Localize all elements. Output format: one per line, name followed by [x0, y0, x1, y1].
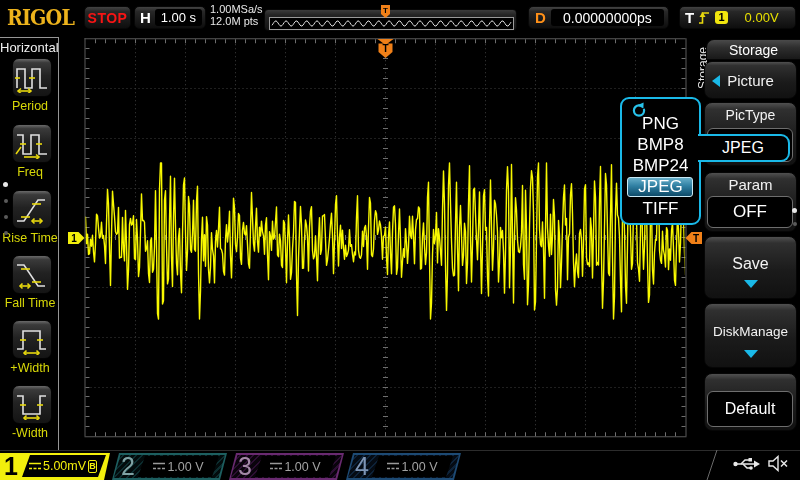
measure-button-fall-time[interactable] — [12, 255, 52, 294]
pictype-popup: PNG BMP8 BMP24 JPEG TIFF — [620, 97, 701, 225]
channel3-scale: 1.00 V — [284, 460, 320, 474]
measure-label-period: Period — [0, 99, 60, 113]
bottom-bar-divider — [700, 450, 720, 480]
sample-rate: 1.00MSa/s — [210, 3, 263, 15]
menu-item-diskmanage[interactable]: DiskManage — [704, 303, 797, 368]
menu-item-pictype-label: PicType — [705, 107, 796, 123]
memory-position-strip[interactable]: T — [264, 9, 517, 31]
popup-option-tiff[interactable]: TIFF — [622, 199, 699, 219]
down-arrow-icon — [744, 280, 758, 288]
channel2-info: 1.00 V — [138, 456, 219, 477]
rise-time-icon — [15, 195, 49, 225]
measure-button-rise-time[interactable] — [12, 190, 52, 229]
menu-item-param[interactable]: Param OFF — [704, 172, 797, 232]
dc-coupling-icon — [270, 462, 282, 471]
menu-item-diskmanage-label: DiskManage — [705, 324, 796, 339]
usb-icon — [733, 457, 760, 471]
measure-label-fall-time: Fall Time — [0, 296, 60, 310]
trigger-label: T — [685, 9, 694, 26]
measure-button-freq[interactable] — [12, 124, 52, 163]
measure-button-period[interactable] — [12, 58, 52, 97]
dc-coupling-icon — [29, 462, 41, 471]
menu-item-pictype-value[interactable]: JPEG — [698, 134, 790, 162]
oscilloscope-screen: RIGOL STOP H 1.00 s 1.00MSa/s12.0M pts T… — [0, 0, 800, 480]
channel1-scale: 5.00mV — [43, 459, 86, 473]
trigger-level-marker-icon[interactable]: T — [685, 232, 702, 244]
channel1-offset-marker-label: 1 — [71, 233, 77, 244]
page-dot-active — [792, 208, 797, 213]
measure-button-minus-width[interactable] — [12, 385, 52, 424]
channel1-info: 5.00mV B — [22, 455, 106, 477]
page-dot-active — [3, 182, 8, 187]
measure-label-freq: Freq — [0, 165, 60, 179]
delay-value: 0.00000000ps — [551, 9, 664, 26]
freq-icon — [15, 129, 49, 159]
delay-box[interactable]: D 0.00000000ps — [528, 6, 669, 29]
popup-option-jpeg[interactable]: JPEG — [622, 177, 699, 197]
popup-option-png[interactable]: PNG — [622, 114, 699, 134]
menu-item-param-label: Param — [705, 176, 796, 193]
memory-depth: 12.0M pts — [210, 15, 258, 27]
memory-waveform-canvas — [270, 18, 513, 29]
measure-label-plus-width: +Width — [0, 361, 60, 375]
bottom-bar-separator — [0, 450, 800, 451]
trigger-position-marker-label: T — [382, 43, 388, 54]
channel4-status[interactable]: 4 1.00 V — [346, 453, 461, 480]
popup-option-bmp24[interactable]: BMP24 — [622, 156, 699, 176]
timebase-value: 1.00 s — [155, 9, 202, 26]
channel1-status[interactable]: 1 5.00mV B — [0, 453, 110, 480]
measure-button-plus-width[interactable] — [12, 320, 52, 359]
channel4-scale: 1.00 V — [401, 460, 437, 474]
channel2-number: 2 — [121, 453, 135, 480]
channel3-status[interactable]: 3 1.00 V — [229, 453, 344, 480]
menu-item-default[interactable]: Default — [704, 373, 797, 431]
run-state-button[interactable]: STOP — [84, 6, 131, 29]
page-dot — [793, 222, 797, 226]
channel1-number: 1 — [4, 453, 18, 480]
channel1-offset-marker-icon[interactable]: 1 — [68, 232, 85, 244]
dc-coupling-icon — [387, 462, 399, 471]
trigger-position-marker-icon[interactable]: T — [377, 39, 394, 59]
plus-width-icon — [15, 325, 49, 355]
speaker-muted-icon — [768, 455, 790, 472]
timebase-label: H — [140, 9, 151, 26]
channel2-status[interactable]: 2 1.00 V — [112, 453, 227, 480]
left-menu-top-border — [0, 37, 58, 38]
page-dot — [4, 231, 8, 235]
trigger-level-value: 0.00V — [728, 10, 795, 25]
menu-item-param-value: OFF — [707, 196, 793, 228]
menu-item-save[interactable]: Save — [704, 236, 797, 299]
minus-width-icon — [15, 390, 49, 420]
rising-edge-icon — [698, 10, 711, 25]
channel3-info: 1.00 V — [255, 456, 336, 477]
status-icons — [733, 455, 790, 472]
waveform-canvas — [0, 0, 800, 480]
trigger-source-badge: 1 — [715, 11, 728, 24]
channel3-number: 3 — [238, 453, 252, 480]
menu-item-picture-label: Picture — [705, 72, 796, 89]
channel4-number: 4 — [355, 453, 369, 480]
page-dot — [4, 199, 8, 203]
bandwidth-limit-icon: B — [88, 460, 97, 473]
run-state-label: STOP — [88, 10, 128, 26]
measure-label-rise-time: Rise Time — [0, 231, 60, 245]
channel2-scale: 1.00 V — [167, 460, 203, 474]
delay-label: D — [535, 9, 546, 26]
measure-label-minus-width: -Width — [0, 426, 60, 440]
trigger-level-marker-label: T — [693, 233, 699, 244]
memory-trigger-marker-icon[interactable]: T — [381, 5, 390, 19]
period-icon — [15, 63, 49, 93]
memory-waveform-preview — [269, 17, 514, 30]
popup-option-bmp8[interactable]: BMP8 — [622, 135, 699, 155]
left-menu-title: Horizontal — [0, 40, 58, 55]
rigol-logo: RIGOL — [7, 5, 74, 31]
dc-coupling-icon — [153, 462, 165, 471]
menu-item-picture[interactable]: Picture — [704, 61, 797, 99]
menu-item-save-label: Save — [705, 255, 796, 273]
memory-trigger-marker-label: T — [383, 6, 388, 15]
down-arrow-icon — [744, 350, 758, 358]
timebase-box[interactable]: H 1.00 s — [134, 6, 206, 29]
trigger-box[interactable]: T 1 0.00V — [679, 6, 796, 29]
right-menu-header: Storage — [706, 39, 800, 60]
menu-item-default-value: Default — [707, 391, 793, 427]
